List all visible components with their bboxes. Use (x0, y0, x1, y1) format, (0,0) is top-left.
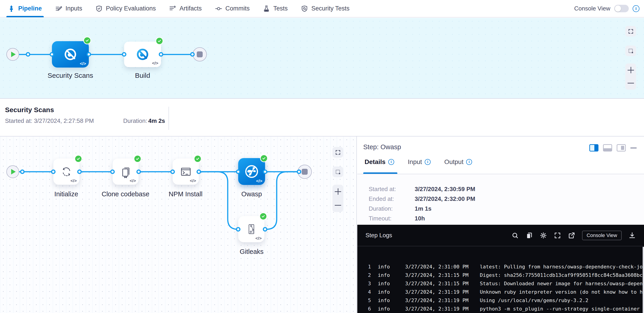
log-timestamp: 3/27/2024, 2:31:15 PM (405, 279, 474, 288)
tab-input[interactable]: Input i (408, 158, 430, 166)
log-line-number: 4 (366, 288, 371, 296)
zoom-in-button[interactable] (335, 188, 341, 195)
edge-connector (236, 169, 240, 174)
stage-duration: Duration: 4m 2s (123, 117, 165, 124)
code-glyph: </> (190, 178, 196, 183)
step-panel-title: Step: Owasp (363, 143, 401, 151)
step-label: Owasp (242, 190, 262, 198)
tab-inputs[interactable]: Inputs (55, 0, 82, 17)
info-icon[interactable]: i (388, 159, 394, 165)
settings-gear-icon[interactable] (540, 232, 547, 239)
play-icon (11, 169, 16, 174)
expand-canvas-button[interactable] (332, 147, 343, 158)
log-line-number: 5 (366, 296, 371, 305)
step-graph-canvas[interactable]: </> Initialize </> Clone codebase (0, 136, 356, 313)
marquee-zoom-button[interactable] (625, 45, 636, 56)
step-details-panel: Step: Owasp Details i Input i Output (356, 136, 644, 313)
step-start-node[interactable] (6, 165, 19, 178)
external-link-icon[interactable] (568, 232, 575, 239)
detail-label: Duration: (369, 205, 415, 215)
security-scan-icon (63, 47, 78, 61)
log-line-number: 3 (366, 279, 371, 288)
step-node-owasp[interactable]: </> (238, 158, 265, 185)
log-level: info (378, 288, 392, 296)
nav-label: Commits (226, 5, 250, 12)
zoom-controls (625, 63, 636, 90)
step-node-clone-codebase[interactable]: </> (112, 159, 139, 185)
tab-policy-evaluations[interactable]: Policy Evaluations (96, 0, 156, 17)
info-icon[interactable]: i (632, 5, 640, 12)
tab-details[interactable]: Details i (364, 158, 394, 166)
zoom-out-button[interactable] (628, 80, 634, 86)
log-level: info (378, 271, 392, 279)
layout-bottom-panel-button[interactable] (603, 144, 612, 151)
tab-pipeline[interactable]: Pipeline (8, 0, 42, 17)
duration-label: Duration: (123, 117, 147, 124)
log-timestamp: 3/27/2024, 2:31:19 PM (405, 296, 474, 305)
stage-start-node[interactable] (6, 48, 19, 61)
stage-graph-canvas[interactable]: </> Security Scans </> Build (0, 18, 644, 98)
success-badge (83, 37, 91, 44)
log-toolbar: Console View (512, 231, 636, 240)
success-badge (260, 154, 268, 162)
owasp-wasp-icon (244, 163, 260, 180)
copy-icon[interactable] (526, 232, 533, 239)
detail-label: Timeout: (369, 215, 415, 225)
step-node-npm-install[interactable]: </> (172, 159, 199, 185)
info-icon[interactable]: i (466, 159, 472, 165)
stage-node-build[interactable]: </> (124, 42, 161, 67)
nav-label: Security Tests (311, 5, 350, 12)
zoom-in-button[interactable] (628, 67, 634, 73)
code-glyph: </> (256, 236, 262, 241)
step-logs-title: Step Logs (366, 232, 392, 239)
tab-output[interactable]: Output i (444, 158, 472, 166)
divider (168, 107, 169, 130)
success-badge (156, 37, 163, 45)
edge-connector (110, 169, 115, 174)
tab-tests[interactable]: Tests (263, 0, 288, 17)
stage-end-node[interactable] (193, 47, 207, 61)
code-glyph: </> (152, 61, 158, 66)
log-line: 6 info 3/27/2024, 2:31:19 PM python3 -m … (357, 305, 642, 313)
log-line: 5 info 3/27/2024, 2:31:19 PM Using /usr/… (357, 296, 642, 305)
minimize-panel-button[interactable] (630, 147, 637, 149)
step-panel-tabs: Details i Input i Output i (364, 158, 472, 166)
code-glyph: </> (130, 178, 136, 183)
layout-floating-panel-button[interactable] (617, 144, 626, 151)
layout-right-panel-button[interactable] (589, 144, 598, 151)
search-icon[interactable] (512, 232, 519, 239)
expand-canvas-button[interactable] (625, 26, 636, 37)
code-glyph: </> (80, 61, 86, 66)
detail-value: 10h (415, 215, 425, 225)
step-node-gitleaks[interactable]: </> (238, 216, 264, 242)
gitleaks-icon (245, 223, 258, 236)
log-timestamp: 3/27/2024, 2:31:19 PM (405, 288, 474, 296)
log-level: info (378, 305, 392, 313)
code-glyph: </> (70, 178, 77, 183)
pipeline-execution-page: Pipeline Inputs Policy Evaluations Artif… (0, 0, 644, 313)
step-node-initialize[interactable]: </> (53, 159, 80, 185)
zoom-out-button[interactable] (335, 202, 341, 208)
console-view-button[interactable]: Console View (582, 231, 622, 240)
detail-value: 1m 1s (415, 205, 432, 215)
terminal-icon (179, 165, 192, 178)
detail-value: 3/27/2024, 2:32:00 PM (415, 195, 475, 205)
info-icon[interactable]: i (425, 159, 430, 165)
download-icon[interactable] (628, 232, 636, 239)
tab-commits[interactable]: Commits (215, 0, 250, 17)
list-plus-icon (169, 5, 176, 12)
execution-main: </> Initialize </> Clone codebase (0, 136, 644, 313)
fullscreen-icon[interactable] (554, 232, 561, 239)
tab-artifacts[interactable]: Artifacts (169, 0, 202, 17)
tab-security-tests[interactable]: Security Tests (301, 0, 350, 17)
console-view-toggle[interactable] (614, 5, 629, 12)
panel-layout-tools (589, 144, 637, 151)
log-timestamp: 3/27/2024, 2:31:19 PM (405, 305, 474, 313)
stage-node-security-scans[interactable]: </> (52, 41, 89, 67)
detail-row: Ended at: 3/27/2024, 2:32:00 PM (369, 195, 644, 205)
edge-connector (236, 227, 240, 232)
edge-connector (20, 169, 24, 174)
log-scrollbar[interactable] (643, 247, 644, 313)
marquee-zoom-button[interactable] (332, 167, 343, 177)
edge-connector (136, 169, 141, 174)
